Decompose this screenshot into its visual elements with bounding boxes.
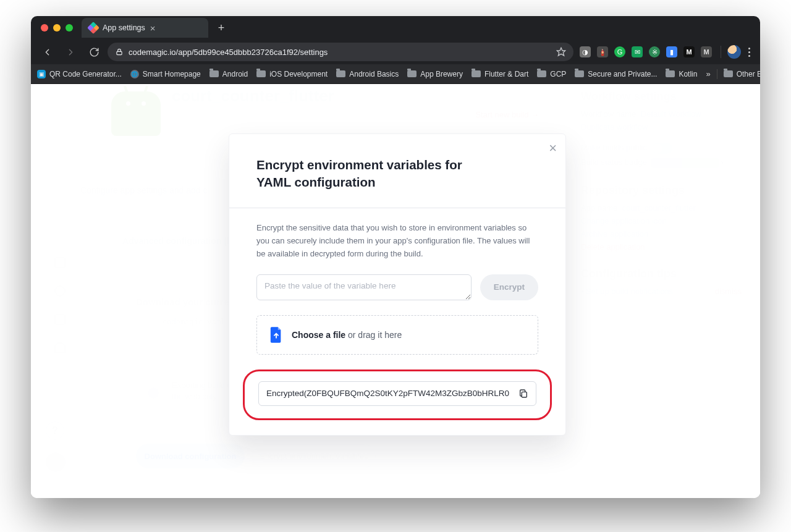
- browser-window: App settings × + codemagic.io/app/5db99c…: [31, 16, 760, 498]
- extension-icon[interactable]: 🧯: [597, 46, 608, 57]
- nav-forward-button[interactable]: [61, 42, 80, 62]
- user-avatar[interactable]: [46, 452, 66, 472]
- bookmark-folder[interactable]: GCP: [537, 70, 566, 78]
- bookmark-folder[interactable]: Android: [209, 70, 248, 78]
- configure-text: Configure app settings and add c: [80, 185, 207, 195]
- medium-icon[interactable]: M: [683, 46, 695, 57]
- modal-title: Encrypt environment variables for YAML c…: [256, 156, 479, 190]
- dropzone-text: Choose a file or drag it here: [292, 330, 402, 340]
- bookmark-folder[interactable]: Kotlin: [666, 70, 697, 78]
- dismiss-tip-link[interactable]: dismiss: [715, 287, 742, 296]
- encrypt-button[interactable]: Encrypt: [480, 274, 538, 300]
- nav-icon[interactable]: [54, 314, 66, 325]
- browser-toolbar: codemagic.io/app/5db99ce45dbbb23726ca1f9…: [31, 40, 760, 64]
- right-sidebar: Workflow settings Workflow name Default …: [581, 85, 742, 300]
- grammarly-icon[interactable]: G: [614, 46, 625, 57]
- tab-strip: App settings × +: [31, 16, 760, 40]
- address-bar[interactable]: codemagic.io/app/5db99ce45dbbb23726ca1f9…: [108, 43, 573, 61]
- help-button[interactable]: ?: [46, 421, 64, 440]
- folder-icon: [407, 70, 417, 77]
- encrypted-result-field[interactable]: Encrypted(Z0FBQUFBQmQ2S0tKY2pFTW42M3ZGbz…: [258, 381, 536, 406]
- info-icon: [148, 387, 159, 399]
- encrypt-env-modal: × Encrypt environment variables for YAML…: [229, 133, 566, 436]
- bookmark-folder[interactable]: App Brewery: [407, 70, 463, 78]
- left-rail-nav: [54, 257, 66, 342]
- encrypted-value: Encrypted(Z0FBQUFBQmQ2S0tKY2pFTW42M3ZGbz…: [266, 389, 512, 398]
- close-modal-button[interactable]: ×: [549, 141, 557, 155]
- extension-icons: ◑ 🧯 G ✉ ※ ▮ M M: [577, 46, 714, 57]
- config-tips-heading: Configuration tips: [581, 268, 742, 281]
- download-heading: Download your current: [136, 297, 237, 307]
- encrypted-result-highlight: Encrypted(Z0FBQUFBQmQ2S0tKY2pFTW42M3ZGbz…: [243, 369, 552, 420]
- repo-settings-heading: Repository settings: [581, 184, 742, 197]
- divider: [229, 208, 565, 208]
- copy-icon[interactable]: [518, 388, 528, 399]
- folder-icon: [666, 70, 675, 77]
- tab-title: App settings: [103, 23, 145, 32]
- codemagic-favicon-icon: [87, 22, 99, 34]
- chrome-frame: App settings × + codemagic.io/app/5db99c…: [31, 16, 760, 84]
- modal-description: Encrypt the sensitive data that you wish…: [256, 222, 538, 260]
- download-config-button[interactable]: Download configuration: [136, 444, 245, 468]
- bookmarks-bar: ▣QR Code Generator... 🌐Smart Homepage An…: [31, 64, 760, 84]
- card-line-1: Exporting build c: [172, 381, 231, 390]
- card-line-2: the web only.: [172, 392, 219, 401]
- bookmark-folder[interactable]: Secure and Private...: [575, 70, 657, 78]
- yaml-filename: codemagic.yaml: [163, 318, 225, 326]
- delete-app-link[interactable]: Delete application: [581, 242, 742, 251]
- profile-avatar[interactable]: [727, 45, 741, 59]
- duplicate-workflow-link[interactable]: Duplicate workflow: [581, 122, 742, 132]
- close-tab-icon[interactable]: ×: [150, 23, 156, 33]
- svg-marker-1: [557, 48, 565, 56]
- extension-icon[interactable]: ▮: [666, 46, 677, 57]
- fullscreen-window-icon[interactable]: [66, 24, 73, 32]
- status-badge-image: [651, 158, 719, 168]
- divider: [721, 46, 721, 58]
- folder-icon: [256, 70, 266, 77]
- new-tab-button[interactable]: +: [213, 20, 229, 36]
- bookmark-folder[interactable]: Flutter & Dart: [472, 70, 528, 78]
- nav-back-button[interactable]: [37, 42, 57, 62]
- nav-icon[interactable]: [54, 257, 66, 268]
- svg-rect-2: [522, 392, 527, 397]
- svg-rect-0: [117, 51, 122, 54]
- extension-icon[interactable]: M: [701, 46, 712, 57]
- minimize-window-icon[interactable]: [53, 24, 61, 32]
- variable-value-input[interactable]: [256, 274, 472, 300]
- change-icon-link[interactable]: Change application icon: [581, 216, 742, 226]
- android-app-icon: [111, 91, 161, 136]
- folder-icon: [575, 70, 584, 77]
- reload-button[interactable]: [84, 42, 104, 62]
- browser-menu-button[interactable]: [745, 48, 754, 57]
- folder-icon: [209, 70, 219, 77]
- encrypt-vars-button[interactable]: Encrypt environment variables: [252, 444, 376, 468]
- public-toggle[interactable]: [652, 143, 673, 154]
- archive-app-link[interactable]: Archive application: [581, 229, 742, 239]
- divider: [717, 69, 717, 79]
- upload-file-icon: [269, 327, 283, 343]
- folder-icon: [537, 70, 546, 77]
- start-build-button[interactable]: Start new build →: [475, 110, 539, 119]
- url-text: codemagic.io/app/5db99ce45dbbb23726ca1f9…: [129, 48, 328, 57]
- bookmark-folder[interactable]: Android Basics: [336, 70, 399, 78]
- window-controls[interactable]: [37, 24, 77, 32]
- evernote-icon[interactable]: ※: [649, 46, 660, 57]
- lock-icon: [115, 48, 124, 56]
- extension-icon[interactable]: ✉: [632, 46, 643, 57]
- file-dropzone[interactable]: Choose a file or drag it here: [256, 315, 538, 355]
- bookmark-star-icon[interactable]: [556, 47, 566, 57]
- page-content: court_counter_flutter Start new build → …: [31, 84, 760, 498]
- bookmark-folder[interactable]: iOS Development: [256, 70, 328, 78]
- bookmark-item[interactable]: ▣QR Code Generator...: [37, 70, 122, 78]
- app-title: court_counter_flutter: [172, 87, 334, 106]
- nav-icon[interactable]: [54, 285, 66, 297]
- extension-icon[interactable]: ◑: [580, 46, 591, 57]
- bookmark-item[interactable]: 🌐Smart Homepage: [130, 70, 201, 78]
- close-window-icon[interactable]: [41, 24, 48, 32]
- folder-icon: [336, 70, 345, 77]
- folder-icon: [472, 70, 481, 77]
- folder-icon: [724, 70, 733, 77]
- browser-tab[interactable]: App settings ×: [82, 18, 208, 38]
- bookmarks-overflow-icon[interactable]: »: [706, 69, 710, 78]
- other-bookmarks[interactable]: Other Bookmarks: [724, 70, 760, 78]
